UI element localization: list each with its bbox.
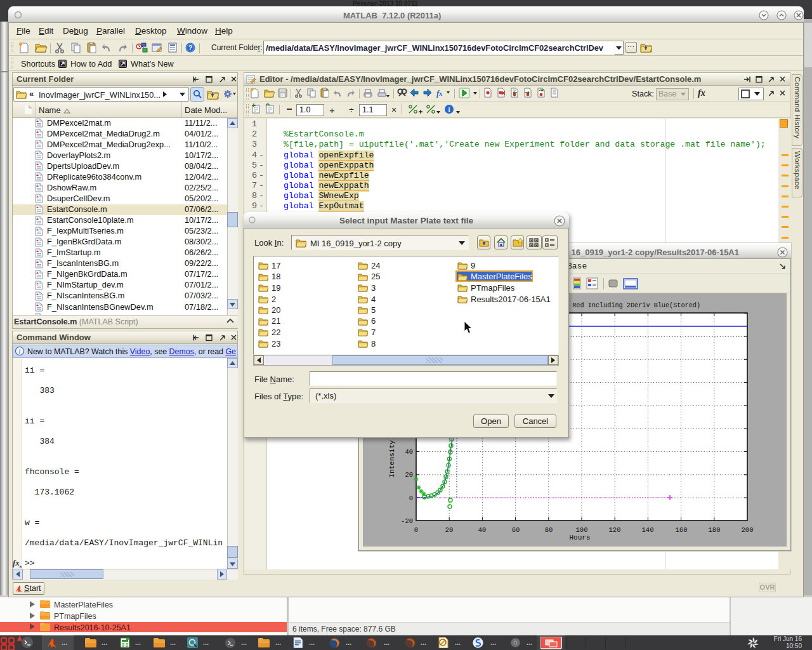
svg-text:i: i bbox=[19, 348, 21, 355]
svg-text:0: 0 bbox=[414, 526, 418, 534]
svg-text:40: 40 bbox=[478, 526, 487, 534]
svg-text:100: 100 bbox=[576, 526, 588, 534]
svg-text:Hours: Hours bbox=[569, 534, 590, 541]
svg-text:80: 80 bbox=[545, 526, 553, 534]
svg-text:140: 140 bbox=[642, 526, 654, 534]
svg-text:20: 20 bbox=[445, 526, 454, 534]
svg-text:180: 180 bbox=[709, 526, 721, 534]
svg-text:Intensity: Intensity bbox=[388, 440, 396, 478]
svg-text:160: 160 bbox=[676, 526, 688, 534]
svg-text:-20: -20 bbox=[401, 517, 413, 525]
svg-text:200: 200 bbox=[742, 526, 754, 534]
svg-text:60: 60 bbox=[512, 526, 520, 534]
svg-text:?: ? bbox=[188, 44, 192, 51]
svg-text:20: 20 bbox=[405, 471, 413, 479]
svg-text:i: i bbox=[448, 105, 450, 113]
svg-text:40: 40 bbox=[405, 448, 413, 456]
svg-text:120: 120 bbox=[609, 526, 621, 534]
svg-text:fx: fx bbox=[436, 88, 442, 98]
svg-text:0: 0 bbox=[409, 494, 413, 502]
